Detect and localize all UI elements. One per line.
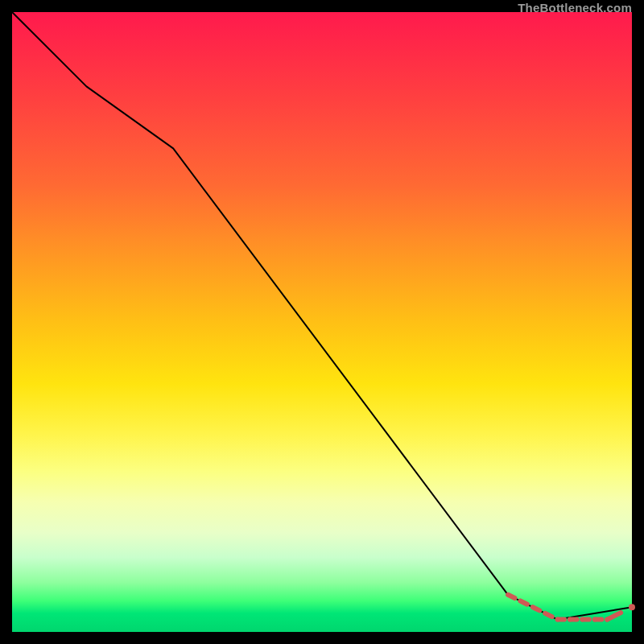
highlight-dash [607, 613, 621, 620]
chart-svg [12, 12, 632, 632]
plot-area [12, 12, 632, 632]
highlight-dash [508, 595, 515, 598]
bottleneck-curve-path [12, 12, 632, 620]
chart-frame: TheBottleneck.com [12, 12, 632, 632]
highlight-series [508, 595, 635, 622]
highlight-end-dot [629, 604, 635, 610]
primary-series [12, 12, 632, 620]
highlight-dashes [508, 595, 634, 622]
highlight-dash [545, 613, 552, 617]
highlight-dash [520, 601, 527, 605]
highlight-dash [533, 607, 540, 610]
